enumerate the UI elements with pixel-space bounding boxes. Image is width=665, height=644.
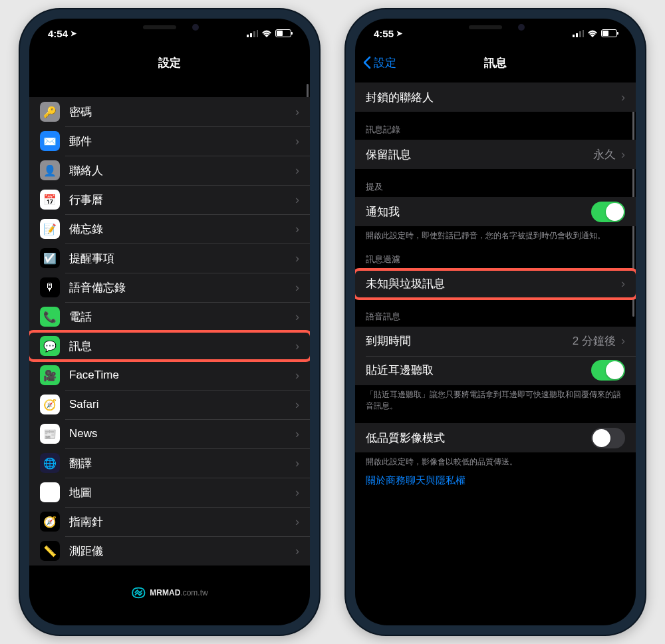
- toggle-switch[interactable]: [591, 360, 625, 381]
- app-icon: 📞: [40, 307, 60, 327]
- privacy-link[interactable]: 關於商務聊天與隱私權: [355, 468, 636, 494]
- chevron-icon: ›: [295, 369, 299, 383]
- wifi-icon: [261, 28, 272, 39]
- app-icon: 📅: [40, 190, 60, 210]
- chevron-icon: ›: [295, 251, 299, 265]
- row-label: FaceTime: [69, 369, 295, 382]
- settings-list[interactable]: 🔑 密碼 › ✉️ 郵件 › 👤 聯絡人 › 📅 行事曆 › 📝 備忘錄 › ☑…: [29, 77, 310, 625]
- screen-left: 4:54 ➤ 設定 🔑 密碼 › ✉️ 郵件 › 👤 聯絡人 › 📅 行事曆 ›…: [29, 19, 310, 625]
- app-icon: 🔑: [40, 102, 60, 122]
- back-label: 設定: [374, 55, 396, 71]
- nav-bar: 設定: [29, 48, 310, 77]
- svg-rect-1: [250, 33, 252, 37]
- messages-settings[interactable]: 封鎖的聯絡人›訊息記錄保留訊息永久›提及通知我開啟此設定時，即使對話已靜音，您的…: [355, 77, 636, 625]
- battery-icon: [601, 29, 617, 37]
- settings-row-safari[interactable]: 🧭 Safari ›: [29, 390, 310, 419]
- watermark: MRMAD.com.tw: [131, 585, 207, 600]
- settings-row-電話[interactable]: 📞 電話 ›: [29, 302, 310, 331]
- settings-row-語音備忘錄[interactable]: 🎙 語音備忘錄 ›: [29, 273, 310, 302]
- settings-row-facetime[interactable]: 🎥 FaceTime ›: [29, 361, 310, 390]
- chevron-icon: ›: [295, 398, 299, 412]
- chevron-icon: ›: [621, 277, 625, 291]
- row-通知我[interactable]: 通知我: [355, 197, 636, 226]
- row-label: 行事曆: [69, 192, 295, 208]
- app-icon: 💬: [40, 336, 60, 356]
- settings-row-備忘錄[interactable]: 📝 備忘錄 ›: [29, 214, 310, 243]
- status-time: 4:54: [48, 28, 68, 39]
- row-label: 語音備忘錄: [69, 280, 295, 295]
- row-label: 貼近耳邊聽取: [366, 363, 591, 378]
- row-低品質影像模式[interactable]: 低品質影像模式: [355, 423, 636, 452]
- svg-rect-2: [253, 31, 255, 37]
- chevron-icon: ›: [295, 339, 299, 353]
- row-label: 訊息: [69, 339, 295, 354]
- settings-row-聯絡人[interactable]: 👤 聯絡人 ›: [29, 156, 310, 185]
- settings-row-密碼[interactable]: 🔑 密碼 ›: [29, 97, 310, 126]
- section-footer: 開啟此設定時，影像會以較低的品質傳送。: [355, 452, 636, 468]
- settings-row-news[interactable]: 📰 News ›: [29, 419, 310, 448]
- settings-row-測距儀[interactable]: 📏 測距儀 ›: [29, 536, 310, 565]
- settings-row-地圖[interactable]: 🗺 地圖 ›: [29, 478, 310, 507]
- row-label: 封鎖的聯絡人: [366, 90, 621, 105]
- svg-rect-3: [257, 30, 258, 37]
- page-title: 訊息: [484, 55, 507, 71]
- chevron-icon: ›: [295, 105, 299, 119]
- app-icon: 🎥: [40, 365, 60, 385]
- chevron-icon: ›: [295, 456, 299, 470]
- app-icon: 🧭: [40, 512, 60, 532]
- settings-row-翻譯[interactable]: 🌐 翻譯 ›: [29, 448, 310, 478]
- app-icon: 📏: [40, 541, 60, 561]
- location-icon: ➤: [396, 29, 402, 38]
- settings-row-行事曆[interactable]: 📅 行事曆 ›: [29, 185, 310, 214]
- app-icon: 📝: [40, 219, 60, 239]
- page-title: 設定: [158, 55, 181, 71]
- row-未知與垃圾訊息[interactable]: 未知與垃圾訊息›: [355, 269, 636, 299]
- row-label: 郵件: [69, 134, 295, 149]
- chevron-icon: ›: [295, 486, 299, 500]
- row-label: 地圖: [69, 485, 295, 500]
- settings-row-提醒事項[interactable]: ☑️ 提醒事項 ›: [29, 243, 310, 273]
- row-保留訊息[interactable]: 保留訊息永久›: [355, 140, 636, 169]
- app-icon: 🧭: [40, 395, 60, 414]
- signal-icon: [247, 28, 258, 39]
- row-label: 低品質影像模式: [366, 430, 591, 446]
- chevron-icon: ›: [295, 544, 299, 558]
- row-value: 2 分鐘後: [573, 333, 616, 349]
- row-label: 到期時間: [366, 333, 573, 349]
- settings-row-郵件[interactable]: ✉️ 郵件 ›: [29, 126, 310, 156]
- toggle-switch[interactable]: [591, 202, 625, 222]
- row-label: 電話: [69, 309, 295, 325]
- row-label: 測距儀: [69, 544, 295, 559]
- location-icon: ➤: [70, 29, 76, 38]
- row-封鎖的聯絡人[interactable]: 封鎖的聯絡人›: [355, 82, 636, 112]
- settings-row-訊息[interactable]: 💬 訊息 ›: [29, 331, 310, 361]
- row-label: 提醒事項: [69, 251, 295, 266]
- row-到期時間[interactable]: 到期時間2 分鐘後›: [355, 327, 636, 356]
- row-label: 指南針: [69, 514, 295, 530]
- app-icon: 🌐: [40, 453, 60, 473]
- row-label: 未知與垃圾訊息: [366, 276, 621, 291]
- status-time: 4:55: [374, 28, 394, 39]
- settings-row-指南針[interactable]: 🧭 指南針 ›: [29, 507, 310, 536]
- row-貼近耳邊聽取[interactable]: 貼近耳邊聽取: [355, 356, 636, 385]
- back-button[interactable]: 設定: [363, 55, 396, 71]
- section-header: 訊息過濾: [355, 253, 636, 269]
- section-header: 語音訊息: [355, 311, 636, 327]
- svg-rect-4: [573, 35, 575, 37]
- signal-icon: [573, 28, 584, 39]
- chevron-icon: ›: [621, 334, 625, 348]
- svg-rect-0: [247, 35, 249, 37]
- chevron-icon: ›: [621, 90, 625, 104]
- row-label: Safari: [69, 398, 295, 411]
- row-label: 聯絡人: [69, 163, 295, 178]
- screen-right: 4:55 ➤ 設定 訊息 封鎖的聯絡人›訊息記錄保留訊息永久›提及通知我開啟此設…: [355, 19, 636, 625]
- chevron-icon: ›: [295, 193, 299, 207]
- chevron-icon: ›: [295, 281, 299, 295]
- svg-rect-5: [576, 33, 578, 37]
- toggle-switch[interactable]: [591, 428, 625, 448]
- notch: [436, 19, 555, 37]
- row-label: 密碼: [69, 104, 295, 120]
- phone-left: 4:54 ➤ 設定 🔑 密碼 › ✉️ 郵件 › 👤 聯絡人 › 📅 行事曆 ›…: [20, 9, 319, 635]
- battery-icon: [275, 29, 291, 37]
- row-label: News: [69, 427, 295, 440]
